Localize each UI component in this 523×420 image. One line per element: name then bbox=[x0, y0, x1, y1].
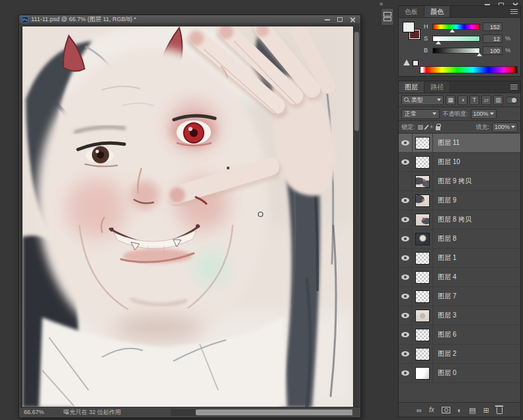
layer-row[interactable]: 图层 10 bbox=[399, 153, 520, 172]
layer-thumbnail[interactable] bbox=[415, 175, 430, 188]
layer-thumbnail[interactable] bbox=[415, 156, 430, 169]
layer-name[interactable]: 图层 2 bbox=[433, 349, 520, 358]
filter-adjustment-layers-icon[interactable]: ◑ bbox=[458, 95, 467, 105]
visibility-eye-icon[interactable] bbox=[401, 159, 409, 165]
hue-slider[interactable] bbox=[432, 24, 480, 30]
visibility-toggle[interactable] bbox=[399, 230, 413, 248]
layer-thumbnail[interactable] bbox=[415, 271, 430, 284]
hue-value-field[interactable]: 152 bbox=[483, 22, 503, 31]
layer-name[interactable]: 图层 4 bbox=[433, 273, 520, 282]
tab-color[interactable]: 颜色 bbox=[424, 6, 450, 17]
blend-mode-dropdown[interactable]: 正常 bbox=[401, 109, 440, 119]
layer-row[interactable]: 图层 9 bbox=[399, 191, 520, 210]
horizontal-scrollbar-thumb[interactable] bbox=[196, 409, 353, 415]
new-group-icon[interactable]: ▤ bbox=[469, 406, 475, 414]
collapsed-panel-button[interactable] bbox=[381, 8, 394, 26]
filter-toggle-switch[interactable] bbox=[506, 97, 518, 104]
gamut-warning-icon[interactable] bbox=[403, 60, 410, 65]
foreground-color-swatch[interactable] bbox=[403, 22, 415, 32]
visibility-toggle[interactable] bbox=[399, 325, 413, 344]
tab-swatches[interactable]: 色板 bbox=[399, 6, 424, 17]
canvas[interactable] bbox=[22, 26, 354, 407]
filter-shape-layers-icon[interactable]: ▱ bbox=[481, 95, 491, 105]
filter-type-layers-icon[interactable]: T bbox=[469, 95, 479, 105]
layer-row[interactable]: 图层 11 bbox=[399, 134, 520, 153]
saturation-slider[interactable] bbox=[432, 36, 480, 42]
layer-row[interactable]: 图层 4 bbox=[399, 268, 520, 287]
visibility-toggle[interactable] bbox=[399, 364, 413, 382]
opacity-field[interactable]: 100% bbox=[471, 109, 497, 119]
saturation-value-field[interactable]: 12 bbox=[483, 34, 503, 43]
link-layers-icon[interactable]: ∞ bbox=[417, 406, 422, 414]
layer-thumbnail[interactable] bbox=[415, 290, 430, 303]
visibility-eye-icon[interactable] bbox=[401, 370, 409, 376]
filter-smart-objects-icon[interactable]: ▥ bbox=[493, 95, 503, 105]
layer-name[interactable]: 图层 9 bbox=[433, 196, 520, 205]
hue-slider-thumb[interactable] bbox=[450, 29, 455, 32]
filter-kind-dropdown[interactable]: 类型 bbox=[401, 95, 444, 105]
layer-row[interactable]: 图层 7 bbox=[399, 287, 520, 306]
doc-maximize-button[interactable] bbox=[336, 17, 344, 23]
visibility-toggle[interactable] bbox=[399, 191, 413, 210]
layer-name[interactable]: 图层 8 拷贝 bbox=[433, 215, 520, 224]
layer-row[interactable]: 图层 0 bbox=[399, 364, 520, 383]
color-panel-menu-button[interactable] bbox=[507, 6, 520, 17]
brightness-slider[interactable] bbox=[432, 48, 480, 54]
doc-minimize-button[interactable] bbox=[323, 17, 331, 23]
visibility-eye-icon[interactable] bbox=[401, 332, 409, 337]
visibility-toggle[interactable] bbox=[399, 249, 413, 267]
layer-thumbnail[interactable] bbox=[415, 367, 430, 380]
layer-effects-icon[interactable]: fx bbox=[429, 406, 434, 413]
gamut-color-swatch[interactable] bbox=[413, 60, 419, 66]
collapse-dock-icon[interactable]: « bbox=[380, 0, 383, 7]
layer-row[interactable]: 图层 1 bbox=[399, 249, 520, 268]
layers-panel-menu-button[interactable] bbox=[507, 81, 520, 93]
layer-row[interactable]: 图层 8 拷贝 bbox=[399, 210, 520, 230]
layer-thumbnail[interactable] bbox=[415, 137, 430, 149]
vertical-scrollbar-thumb[interactable] bbox=[354, 32, 359, 131]
visibility-toggle[interactable] bbox=[399, 172, 413, 190]
horizontal-scrollbar[interactable] bbox=[171, 409, 352, 416]
add-layer-mask-icon[interactable] bbox=[442, 407, 450, 413]
adjustment-layer-icon[interactable]: ◐ bbox=[458, 406, 462, 414]
visibility-eye-icon[interactable] bbox=[401, 351, 409, 357]
new-layer-icon[interactable]: ⊞ bbox=[483, 406, 489, 414]
visibility-toggle[interactable] bbox=[399, 287, 413, 306]
layer-name[interactable]: 图层 9 拷贝 bbox=[433, 177, 520, 186]
layer-name[interactable]: 图层 11 bbox=[433, 138, 520, 147]
canvas-artwork[interactable] bbox=[22, 26, 354, 407]
layer-name[interactable]: 图层 6 bbox=[433, 330, 520, 339]
visibility-eye-icon[interactable] bbox=[401, 236, 409, 241]
lock-position-icon[interactable]: + bbox=[430, 124, 433, 130]
layer-thumbnail[interactable] bbox=[415, 310, 430, 322]
filter-pixel-layers-icon[interactable]: ▦ bbox=[446, 95, 456, 105]
fill-field[interactable]: 100% bbox=[492, 122, 518, 132]
layer-name[interactable]: 图层 8 bbox=[433, 234, 520, 243]
layer-name[interactable]: 图层 0 bbox=[433, 368, 520, 378]
layer-name[interactable]: 图层 10 bbox=[433, 157, 520, 167]
lock-all-icon[interactable] bbox=[436, 126, 440, 130]
visibility-eye-icon[interactable] bbox=[401, 294, 409, 299]
resize-grip[interactable] bbox=[352, 408, 360, 417]
layer-row[interactable]: 图层 8 bbox=[399, 230, 520, 249]
layer-thumbnail[interactable] bbox=[415, 252, 430, 265]
layer-row[interactable]: 图层 9 拷贝 bbox=[399, 172, 520, 191]
visibility-toggle[interactable] bbox=[399, 210, 413, 229]
visibility-toggle[interactable] bbox=[399, 134, 413, 152]
layer-thumbnail[interactable] bbox=[415, 233, 430, 245]
visibility-eye-icon[interactable] bbox=[401, 274, 409, 280]
layer-row[interactable]: 图层 6 bbox=[399, 325, 520, 345]
brightness-value-field[interactable]: 100 bbox=[483, 46, 503, 55]
document-titlebar[interactable]: Ps 111-11.psd @ 66.7% (图层 11, RGB/8) * bbox=[19, 15, 360, 24]
brightness-slider-thumb[interactable] bbox=[477, 53, 482, 56]
delete-layer-icon[interactable] bbox=[497, 407, 503, 414]
doc-close-button[interactable] bbox=[348, 17, 356, 23]
visibility-toggle[interactable] bbox=[399, 153, 413, 171]
visibility-eye-icon[interactable] bbox=[401, 255, 409, 261]
layer-name[interactable]: 图层 7 bbox=[433, 292, 520, 301]
layer-thumbnail[interactable] bbox=[415, 329, 430, 341]
layer-name[interactable]: 图层 1 bbox=[433, 253, 520, 263]
layer-thumbnail[interactable] bbox=[415, 194, 430, 207]
visibility-toggle[interactable] bbox=[399, 345, 413, 363]
lock-transparent-pixels-icon[interactable]: ▨ bbox=[418, 124, 424, 130]
